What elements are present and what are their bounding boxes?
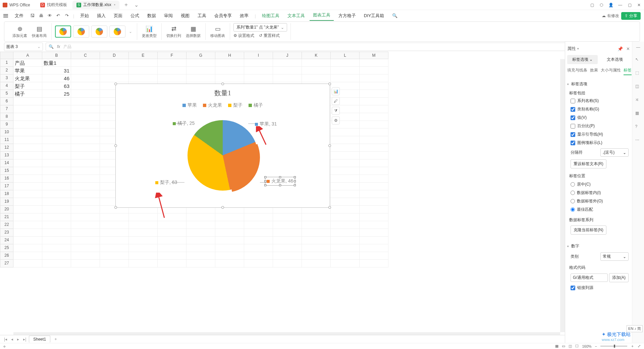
zoom-icon[interactable]: 🔍	[49, 44, 54, 49]
new-tab-button[interactable]: ＋	[121, 1, 131, 8]
select-all-corner[interactable]	[0, 52, 13, 59]
cursor-icon[interactable]: ↖	[635, 57, 641, 63]
fx-icon[interactable]: fx	[57, 44, 60, 49]
chart-style-3[interactable]	[91, 26, 107, 38]
swap-rc-button[interactable]: ⇄切换行列	[165, 24, 182, 39]
zoom-value[interactable]: 160%	[582, 344, 591, 348]
add-sheet-button[interactable]: ＋	[52, 336, 60, 342]
spreadsheet[interactable]: ABCDEFGHIJKLM 12345678910111213141516171…	[0, 52, 565, 337]
cb-series-name[interactable]: 系列名称(S)	[567, 97, 630, 105]
cb-category-name[interactable]: 类别名称(G)	[567, 105, 630, 113]
format-icon[interactable]: ⬚	[635, 70, 641, 77]
cb-link-source[interactable]: 链接到源	[567, 284, 630, 292]
reset-label-text-button[interactable]: 重设标签文本(R)	[571, 159, 606, 168]
resize-handle[interactable]	[328, 83, 331, 85]
tab-text-options[interactable]: 文本选项	[600, 55, 630, 64]
menu-insert[interactable]: 插入	[94, 11, 109, 20]
add-element-button[interactable]: ⊕添加元素	[11, 24, 29, 39]
section-number[interactable]: 数字	[567, 241, 630, 251]
radio-outside[interactable]: 数据标签外(O)	[567, 197, 630, 205]
menu-text-tools[interactable]: 文本工具	[284, 11, 308, 20]
chart-object[interactable]: 数量1 苹果 火龙果 梨子 橘子 苹果, 31 橘子, 25	[115, 84, 330, 208]
menu-efficiency[interactable]: 效率	[236, 11, 252, 20]
sheet-nav-prev[interactable]: ◂	[10, 337, 14, 342]
menu-chart-tools[interactable]: 图表工具	[310, 11, 334, 21]
minimize-button[interactable]: —	[618, 3, 623, 7]
select-data-button[interactable]: ▦选择数据	[184, 24, 202, 39]
move-chart-button[interactable]: ▭移动图表	[209, 24, 226, 39]
menu-start[interactable]: 开始	[77, 11, 92, 20]
change-type-button[interactable]: 📊更改类型	[141, 24, 158, 39]
sheet-nav-next[interactable]: ▸	[16, 337, 20, 342]
menu-page[interactable]: 页面	[110, 11, 126, 20]
cb-percent[interactable]: 百分比(P)	[567, 122, 630, 130]
data-label-dragonfruit-selected[interactable]: 火龙果, 46	[265, 177, 295, 186]
search-icon[interactable]: 🔍	[392, 13, 397, 18]
subtab-size[interactable]: 大小与属性	[601, 67, 621, 75]
chart-legend[interactable]: 苹果 火龙果 梨子 橘子	[116, 102, 330, 108]
data-label-apple[interactable]: 苹果, 31	[255, 121, 277, 127]
chart-elements-button[interactable]: 📊	[332, 87, 340, 95]
cb-value[interactable]: 值(V)	[567, 113, 630, 122]
menu-draw-tools[interactable]: 绘图工具	[259, 11, 283, 20]
undo-icon[interactable]: ↶	[56, 13, 62, 18]
quick-layout-button[interactable]: ▤快速布局	[31, 24, 48, 39]
chart-filter-button[interactable]: ⧩	[332, 107, 340, 115]
chart-style-2[interactable]	[73, 26, 89, 38]
menu-diy[interactable]: DIY工具箱	[361, 11, 388, 20]
cloud-status[interactable]: ☁ 有修改	[602, 13, 619, 19]
menu-view[interactable]: 视图	[177, 11, 193, 20]
resize-handle[interactable]	[114, 206, 117, 209]
chart-styles-button[interactable]: 🖊	[332, 97, 340, 105]
clone-label-button[interactable]: 克隆当前标签(N)	[571, 226, 606, 235]
file-menu[interactable]: 文件	[11, 11, 27, 20]
help-icon[interactable]: ?	[635, 124, 641, 130]
tab-label-options[interactable]: 标签选项 ⌄	[567, 55, 598, 64]
menu-review[interactable]: 审阅	[161, 11, 176, 20]
resize-handle[interactable]	[221, 83, 224, 85]
style-more-icon[interactable]: ⌄	[127, 29, 133, 34]
menu-tools[interactable]: 工具	[194, 11, 210, 20]
tab-close-icon[interactable]: •	[114, 3, 115, 7]
print-icon[interactable]: 🖶	[39, 13, 44, 18]
series-selector[interactable]: 系列"数量1" 点 "火龙果"⌄	[233, 23, 287, 32]
share-button[interactable]: ⇪ 分享	[621, 12, 641, 20]
resize-handle[interactable]	[328, 206, 331, 209]
save-icon[interactable]: 🖫	[30, 13, 36, 18]
zoom-in-button[interactable]: ＋	[631, 344, 634, 349]
tab-workbook[interactable]: S 工作簿数量.xlsx •	[72, 1, 119, 9]
tab-menu-button[interactable]: ⌄	[131, 2, 141, 8]
cube-icon[interactable]: ⬡	[599, 3, 604, 7]
reset-style-button[interactable]: ↺ 重置样式	[259, 33, 279, 39]
data-label-orange[interactable]: 橘子, 25	[173, 120, 195, 127]
subtab-label[interactable]: 标签	[624, 67, 632, 75]
pie-plot[interactable]: 苹果, 31 橘子, 25 梨子, 63 火龙果, 46	[116, 108, 330, 196]
view-reading-icon[interactable]: ☐	[575, 344, 579, 348]
chart-settings-button[interactable]: ⚙	[332, 116, 340, 124]
vertical-scrollbar[interactable]	[560, 59, 565, 332]
sheet-nav-first[interactable]: |◂	[3, 337, 8, 342]
menu-fangfang[interactable]: 方方格子	[335, 11, 359, 20]
row-headers[interactable]: 1234567891011121314151617181920212223242…	[0, 59, 13, 267]
crossref-icon[interactable]: ⤭	[635, 97, 641, 103]
cb-leader-line[interactable]: 显示引导线(H)	[567, 130, 630, 139]
resize-handle[interactable]	[221, 206, 224, 209]
subtab-fill[interactable]: 填充与线条	[567, 67, 587, 75]
radio-best-fit[interactable]: 最佳匹配	[567, 205, 630, 214]
collapse-icon[interactable]: —	[636, 45, 640, 50]
resize-handle[interactable]	[114, 83, 117, 85]
menu-formula[interactable]: 公式	[127, 11, 143, 20]
menu-data[interactable]: 数据	[144, 11, 159, 20]
category-select[interactable]: 常规⌄	[600, 252, 629, 261]
sheet-nav-last[interactable]: ▸|	[22, 337, 28, 342]
close-panel-icon[interactable]: ✕	[626, 46, 630, 51]
sheet-tab-1[interactable]: Sheet1	[29, 336, 50, 343]
radio-center[interactable]: 居中(C)	[567, 180, 630, 189]
chart-style-1[interactable]	[55, 26, 71, 38]
preview-icon[interactable]: 👁	[48, 13, 53, 18]
cb-legend-key[interactable]: 图例项标示(L)	[567, 139, 630, 147]
name-box[interactable]: 图表 3⌄	[4, 43, 43, 51]
layers-icon[interactable]: ◫	[635, 84, 641, 90]
menu-member[interactable]: 会员专享	[211, 11, 235, 20]
pin-icon[interactable]: 📌	[618, 46, 623, 51]
